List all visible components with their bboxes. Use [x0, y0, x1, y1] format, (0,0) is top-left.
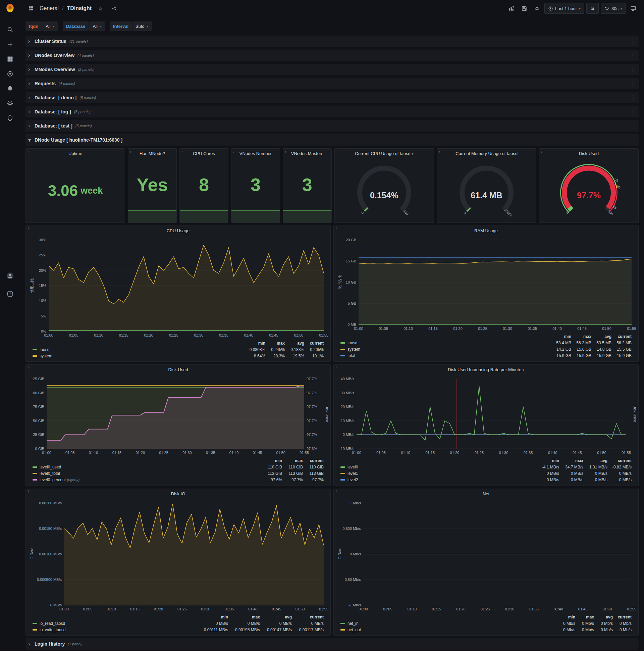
- net-legend[interactable]: minmaxavgcurrentnet_in0 Mb/s0 Mb/s0 Mb/s…: [334, 613, 638, 635]
- refresh-button[interactable]: 30s ▾: [601, 3, 626, 14]
- panel-title[interactable]: VNodes Masters: [283, 149, 331, 159]
- variable-value-dropdown[interactable]: auto▾: [132, 22, 152, 31]
- panel-title[interactable]: Current CPU Usage of taosd ▾: [335, 149, 434, 159]
- drag-handle[interactable]: [632, 52, 636, 58]
- panel-title[interactable]: Disk IO: [26, 489, 330, 499]
- legend-row[interactable]: net_in0 Mb/s0 Mb/s0 Mb/s0 Mb/s: [341, 620, 632, 626]
- breadcrumb-section[interactable]: General: [40, 5, 59, 11]
- ram-usage-chart[interactable]: 0 MB5 GB10 GB15 GB20 GB01:0001:0501:1001…: [336, 237, 636, 333]
- panel-title[interactable]: RAM Usage: [334, 226, 638, 236]
- panel-info-icon[interactable]: i: [285, 150, 286, 153]
- panel-info-icon[interactable]: i: [336, 227, 336, 230]
- dashboard-row-mnodes-overview[interactable]: › MNodes Overview (2 panels): [26, 64, 639, 75]
- server-admin-shield-icon[interactable]: [3, 111, 17, 125]
- share-icon[interactable]: [109, 3, 120, 14]
- time-range-picker[interactable]: Last 1 hour ▾: [544, 3, 584, 14]
- panel-info-icon[interactable]: i: [182, 150, 183, 153]
- drag-handle[interactable]: [632, 66, 636, 72]
- grafana-logo[interactable]: [5, 3, 15, 13]
- drag-handle[interactable]: [632, 109, 636, 115]
- panel-info-icon[interactable]: i: [336, 366, 336, 369]
- drag-handle[interactable]: [632, 123, 636, 129]
- dashboard-row-database-test[interactable]: › Database: [ test ] (5 panels): [26, 120, 639, 131]
- legend-row[interactable]: level20 MB/s0 MB/s0 MB/s0 MB/s: [341, 476, 632, 483]
- panel-title[interactable]: Uptime: [26, 149, 125, 159]
- panel-title[interactable]: VNodes Number: [231, 149, 280, 159]
- panel-title[interactable]: Has MNode?: [128, 149, 176, 159]
- dashboard-row-cluster-status[interactable]: › Cluster Status (21 panels): [26, 36, 639, 47]
- disk-rate-chart[interactable]: -10 MB/s0 MB/s10 MB/s20 MB/s30 MB/s40 MB…: [336, 375, 636, 457]
- configuration-gear-icon[interactable]: [3, 96, 17, 111]
- legend-row[interactable]: level0_used110 GiB110 GiB110 GiB: [33, 464, 324, 470]
- chevron-right-icon: ›: [28, 123, 32, 129]
- alerting-bell-icon[interactable]: [3, 81, 17, 96]
- dashboard-row-database-demo[interactable]: › Database: [ demo ] (5 panels): [26, 92, 639, 103]
- panel-info-icon[interactable]: i: [28, 150, 29, 153]
- legend-row[interactable]: total15.9 GB15.9 GB15.9 GB15.9 GB: [341, 352, 632, 359]
- panel-title[interactable]: CPU Usage: [26, 226, 330, 236]
- panel-title[interactable]: CPU Cores: [180, 149, 228, 159]
- legend-row[interactable]: io_write_taosd0.00111 MB/s0.00195 MB/s0.…: [33, 626, 324, 633]
- cycle-view-icon[interactable]: [628, 3, 639, 14]
- legend-row[interactable]: level0-4.1 MB/s34.7 MB/s1.31 MB/s-0.82 M…: [341, 464, 632, 470]
- dashboard-row-dnode-usage[interactable]: ▾ DNode Usage [ huolinhe-TM1701:6030 ]: [26, 134, 639, 146]
- panel-info-icon[interactable]: i: [336, 490, 336, 494]
- star-icon[interactable]: ☆: [95, 3, 106, 14]
- explore-icon[interactable]: [3, 66, 17, 81]
- panel-info-icon[interactable]: i: [28, 366, 29, 369]
- legend-row[interactable]: level0_percent (right-y)97.6%97.7%97.7%: [33, 476, 324, 483]
- net-chart[interactable]: -1 Mb/s-0.50 Mb/s0 Mb/s0.500 Mb/s1 Mb/s0…: [336, 500, 636, 613]
- dashboard-row-login-history[interactable]: › Login History (1 panel): [26, 638, 639, 650]
- disk-used-chart[interactable]: 0 GiB97.6%25 GiB97.7%50 GiB97.7%75 GiB97…: [28, 375, 328, 457]
- panel-info-icon[interactable]: i: [28, 490, 29, 494]
- disk-rate-legend[interactable]: minmaxavgcurrentlevel0-4.1 MB/s34.7 MB/s…: [334, 457, 638, 486]
- drag-handle[interactable]: [632, 81, 636, 87]
- svg-text:01:30: 01:30: [194, 333, 203, 337]
- help-icon[interactable]: ?: [3, 286, 17, 301]
- legend-row[interactable]: level10 MB/s0 MB/s0 MB/s0 MB/s: [341, 470, 632, 476]
- panel-title[interactable]: Current Memory Usage of taosd: [437, 149, 536, 159]
- panel-info-icon[interactable]: i: [233, 150, 234, 153]
- search-icon[interactable]: [3, 22, 17, 37]
- panel-title[interactable]: Disk Used Increasing Rate per Minute ▾: [334, 365, 638, 375]
- drag-handle[interactable]: [632, 95, 636, 101]
- dashboard-row-requests[interactable]: › Requests (4 panels): [26, 78, 639, 89]
- variable-value-dropdown[interactable]: All▾: [42, 22, 58, 31]
- legend-row[interactable]: io_read_taosd0 MB/s0 MB/s0 MB/s0 MB/s: [33, 620, 324, 626]
- create-icon[interactable]: [3, 37, 17, 52]
- variable-value-dropdown[interactable]: All▾: [89, 22, 105, 31]
- panel-title[interactable]: Disk Used: [539, 149, 638, 159]
- panel-info-icon[interactable]: i: [439, 150, 440, 153]
- panel-title[interactable]: Net: [334, 489, 638, 499]
- cpu-usage-chart[interactable]: 0%5%10%15%20%25%30%01:0001:0501:1001:150…: [28, 237, 328, 339]
- panel-title[interactable]: Disk Used: [26, 365, 330, 375]
- dashboards-icon[interactable]: [3, 52, 17, 66]
- panel-cpu-cores: i CPU Cores 8: [180, 148, 228, 223]
- legend-row[interactable]: net_out0 Mb/s0 Mb/s0 Mb/s0 Mb/s: [341, 626, 632, 633]
- dashboard-row-database-log[interactable]: › Database: [ log ] (5 panels): [26, 106, 639, 118]
- drag-handle[interactable]: [632, 641, 636, 647]
- zoom-out-button[interactable]: [586, 3, 599, 14]
- add-panel-icon[interactable]: [506, 3, 517, 14]
- legend-row[interactable]: taosd0.0808%0.245%0.183%0.205%: [33, 346, 324, 353]
- svg-text:01:05: 01:05: [65, 451, 75, 455]
- cpu-usage-legend[interactable]: minmaxavgcurrenttaosd0.0808%0.245%0.183%…: [26, 339, 330, 362]
- disk-used-legend[interactable]: minmaxcurrentlevel0_used110 GiB110 GiB11…: [26, 457, 330, 486]
- legend-row[interactable]: taosd53.4 MB56.2 MB53.5 MB56.2 MB: [341, 340, 632, 346]
- page-title[interactable]: TDinsight: [67, 5, 92, 11]
- legend-row[interactable]: system14.2 GB15.6 GB14.8 GB15.5 GB: [341, 346, 632, 352]
- panel-info-icon[interactable]: i: [541, 150, 542, 153]
- legend-row[interactable]: system8.64%28.3%19.5%19.1%: [33, 353, 324, 359]
- ram-usage-legend[interactable]: minmaxavgcurrenttaosd53.4 MB56.2 MB53.5 …: [334, 333, 638, 362]
- save-icon[interactable]: [519, 3, 529, 14]
- dashboard-settings-gear-icon[interactable]: [532, 3, 542, 14]
- dashboard-row-dnodes-overview[interactable]: › DNodes Overview (4 panels): [26, 50, 639, 61]
- panel-info-icon[interactable]: i: [130, 150, 131, 153]
- legend-row[interactable]: level0_total113 GiB113 GiB113 GiB: [33, 470, 324, 476]
- user-avatar[interactable]: [3, 269, 17, 283]
- disk-io-legend[interactable]: minmaxavgcurrentio_read_taosd0 MB/s0 MB/…: [26, 613, 330, 635]
- panel-info-icon[interactable]: i: [28, 227, 29, 230]
- panel-info-icon[interactable]: i: [337, 150, 337, 153]
- disk-io-chart[interactable]: 0 MB/s0.000500 MB/s0.00100 MB/s0.00150 M…: [28, 500, 328, 613]
- drag-handle[interactable]: [632, 38, 636, 44]
